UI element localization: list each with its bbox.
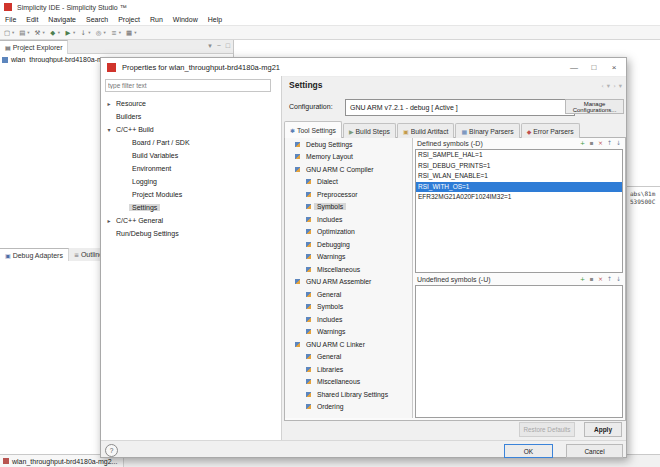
tool-tree-item[interactable]: Libraries [285, 363, 412, 376]
tool-tree-item[interactable]: Warnings [285, 251, 412, 264]
chevron-down-icon[interactable]: ▾ [119, 30, 121, 35]
save-button[interactable]: ▤ ▾ [18, 29, 29, 37]
tool-tree-item[interactable]: Preprocessor [285, 188, 412, 201]
menu-item[interactable]: Navigate [43, 16, 81, 23]
edit-icon[interactable]: ▪ [588, 139, 595, 146]
tab-tool-settings[interactable]: ✱ Tool Settings [284, 121, 342, 138]
configuration-select[interactable]: GNU ARM v7.2.1 - debug [ Active ] ˅ [345, 99, 575, 116]
tool-tree-item[interactable]: Warnings [285, 326, 412, 339]
menu-item[interactable]: File [0, 16, 21, 23]
back-menu-icon[interactable]: ▾ [607, 82, 610, 90]
tool-tree-item[interactable]: GNU ARM C Compiler [285, 163, 412, 176]
delete-icon[interactable]: × [597, 275, 604, 282]
menu-item[interactable]: Run [145, 16, 168, 23]
menu-item[interactable]: Help [203, 16, 227, 23]
tree-item[interactable]: Project Modules [101, 188, 281, 201]
tree-item[interactable]: Settings [101, 201, 281, 214]
minimize-icon[interactable]: − [217, 42, 221, 50]
tool-tree-item[interactable]: General [285, 351, 412, 364]
forward-menu-icon[interactable]: ▾ [619, 82, 622, 90]
tool-tree-item[interactable]: Shared Library Settings [285, 388, 412, 401]
tab-project-explorer[interactable]: ▤ Project Explorer [0, 40, 68, 54]
menu-item[interactable]: Search [81, 16, 113, 23]
dialog-titlebar[interactable]: Properties for wlan_throughput-brd4180a-… [101, 58, 626, 77]
symbol-list-item[interactable]: RSI_WLAN_ENABLE=1 [416, 171, 622, 182]
menu-item[interactable]: Window [168, 16, 203, 23]
maximize-icon[interactable]: □ [226, 42, 230, 50]
tool-tree-item[interactable]: Memory Layout [285, 151, 412, 164]
tool-tree-item[interactable]: GNU ARM C Linker [285, 338, 412, 351]
move-up-icon[interactable]: ↑ [606, 275, 613, 282]
run-button[interactable]: ▶ ▾ [64, 29, 75, 37]
tree-item[interactable]: C/C++ General [101, 214, 281, 227]
delete-icon[interactable]: × [597, 139, 604, 146]
tool-tree-item[interactable]: Debug Settings [285, 138, 412, 151]
minimize-icon[interactable]: — [564, 58, 584, 76]
symbol-list-item[interactable]: EFR32MG21A020F1024IM32=1 [416, 192, 622, 203]
new-button[interactable]: ▢ ▾ [3, 29, 14, 37]
menu-item[interactable]: Project [113, 16, 145, 23]
expander-icon[interactable] [105, 217, 113, 224]
cancel-button[interactable]: Cancel [566, 444, 623, 458]
symbol-list-item[interactable]: RSI_SAMPLE_HAL=1 [416, 150, 622, 161]
ok-button[interactable]: OK [504, 444, 553, 458]
apply-button[interactable]: Apply [584, 422, 622, 437]
chevron-down-icon[interactable]: ▾ [134, 30, 136, 35]
chevron-down-icon[interactable]: ▾ [104, 30, 106, 35]
edit-icon[interactable]: ▪ [588, 275, 595, 282]
chevron-down-icon[interactable]: ▾ [43, 30, 45, 35]
tab-build-artifact[interactable]: ▣ Build Artifact [397, 123, 454, 138]
symbol-list-item[interactable]: RSI_WITH_OS=1 [416, 182, 622, 193]
tool-tree-item[interactable]: Symbols [285, 201, 412, 214]
flash-button[interactable]: ↓ ▾ [79, 29, 90, 37]
tool-tree-item[interactable]: Includes [285, 213, 412, 226]
tool-tree-item[interactable]: Dialect [285, 176, 412, 189]
search-button[interactable]: ◎ ▾ [95, 29, 106, 37]
tool-tree-item[interactable]: Miscellaneous [285, 376, 412, 389]
tool-tree-item[interactable]: Ordering [285, 401, 412, 414]
back-icon[interactable]: ‹ [601, 82, 604, 90]
add-icon[interactable]: + [579, 275, 586, 282]
tree-item[interactable]: Run/Debug Settings [101, 227, 281, 240]
move-down-icon[interactable]: ↓ [615, 275, 622, 282]
chevron-down-icon[interactable]: ▾ [58, 30, 60, 35]
move-up-icon[interactable]: ↑ [606, 139, 613, 146]
tree-item[interactable]: Build Variables [101, 149, 281, 162]
help-button[interactable]: ? [105, 444, 118, 457]
tab-build-steps[interactable]: ▶ Build Steps [343, 123, 396, 138]
restore-defaults-button[interactable]: Restore Defaults [519, 422, 575, 437]
tool-tree-item[interactable]: Symbols [285, 301, 412, 314]
move-down-icon[interactable]: ↓ [615, 139, 622, 146]
tab-binary-parsers[interactable]: ▦ Binary Parsers [455, 123, 519, 138]
tool-tree-item[interactable]: General [285, 288, 412, 301]
chevron-down-icon[interactable]: ▾ [12, 30, 14, 35]
filter-input[interactable] [105, 79, 271, 92]
expander-icon[interactable] [105, 100, 113, 107]
tool-tree-item[interactable]: Optimization [285, 226, 412, 239]
perspective-button[interactable]: ▦ ▾ [125, 29, 136, 37]
chevron-down-icon[interactable]: ▾ [88, 30, 90, 35]
tool-tree-item[interactable]: GNU ARM Assembler [285, 276, 412, 289]
tree-item[interactable]: Logging [101, 175, 281, 188]
close-icon[interactable]: × [604, 58, 624, 76]
menu-item[interactable]: Edit [21, 16, 43, 23]
chevron-down-icon[interactable]: ▾ [27, 30, 29, 35]
debug-button[interactable]: ◆ ▾ [49, 29, 60, 37]
view-menu-icon[interactable]: ▾ [208, 42, 212, 50]
tree-item[interactable]: Builders [101, 110, 281, 123]
maximize-icon[interactable]: □ [584, 58, 604, 76]
tree-item[interactable]: Environment [101, 162, 281, 175]
symbol-list-item[interactable]: RSI_DEBUG_PRINTS=1 [416, 161, 622, 172]
tree-item[interactable]: Board / Part / SDK [101, 136, 281, 149]
chevron-down-icon[interactable]: ▾ [73, 30, 75, 35]
manage-configurations-button[interactable]: Manage Configurations... [565, 99, 624, 114]
annotate-button[interactable]: ≡ ▾ [110, 29, 121, 37]
tab-debug-adapters[interactable]: ▣ Debug Adapters [0, 248, 69, 262]
tab-error-parsers[interactable]: ◆ Error Parsers [521, 123, 580, 138]
tool-tree-item[interactable]: Includes [285, 313, 412, 326]
tool-tree-item[interactable]: Debugging [285, 238, 412, 251]
tree-item[interactable]: Resource [101, 97, 281, 110]
tool-tree-item[interactable]: Miscellaneous [285, 263, 412, 276]
add-icon[interactable]: + [579, 139, 586, 146]
forward-icon[interactable]: › [613, 82, 616, 90]
